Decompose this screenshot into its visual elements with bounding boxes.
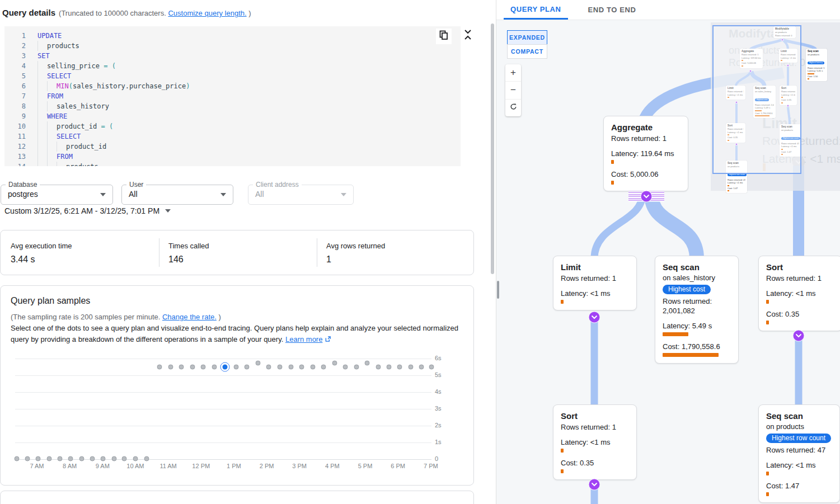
sample-dot[interactable] [122, 456, 127, 461]
plan-node-sort-bottom[interactable]: SortRows returned: 1Latency: <1 msCost: … [553, 404, 637, 480]
sample-dot[interactable] [408, 365, 413, 370]
compact-button[interactable]: COMPACT [507, 44, 547, 59]
sample-dot[interactable] [101, 456, 106, 461]
x-axis-label: 4 PM [325, 463, 340, 469]
page-title-row: Query details(Truncated to 100000 charac… [2, 8, 251, 17]
line-number: 5 [4, 71, 26, 81]
database-select[interactable]: Database postgres [1, 185, 113, 205]
line-number: 1 [4, 31, 26, 41]
collapse-node-button[interactable] [589, 479, 600, 491]
sample-dot[interactable] [332, 361, 337, 366]
x-axis-label: 7 AM [30, 463, 44, 469]
y-axis-label: 4s [435, 388, 442, 395]
customize-query-length-link[interactable]: Customize query length. [168, 9, 246, 17]
collapse-node-button[interactable] [589, 312, 600, 323]
sql-code-line: 10product_id = ( [4, 121, 461, 131]
sample-dot[interactable] [133, 456, 138, 461]
sql-code-line: 11SELECT [4, 131, 461, 142]
sample-dot[interactable] [376, 365, 381, 370]
sample-dot[interactable] [58, 456, 63, 461]
collapse-node-button[interactable] [793, 330, 805, 342]
sample-dot[interactable] [233, 365, 238, 370]
sample-dot[interactable] [288, 365, 293, 370]
plan-minimap[interactable]: Modifytableon productsRows returned: 0Ag… [711, 22, 840, 191]
plan-node-metric: Cost: 5,000.06 [611, 170, 681, 185]
sample-dot[interactable] [35, 456, 40, 461]
zoom-in-button[interactable]: + [505, 64, 521, 82]
expanded-button[interactable]: EXPANDED [507, 30, 547, 45]
client-address-select: Client address All [248, 185, 354, 205]
sample-dot[interactable] [157, 365, 162, 370]
sample-dot[interactable] [90, 456, 95, 461]
collapse-node-button[interactable] [641, 191, 653, 202]
sample-dot[interactable] [365, 361, 370, 366]
sql-code-line: 1UPDATE [4, 31, 461, 41]
tab-query-plan[interactable]: QUERY PLAN [504, 0, 568, 20]
plan-node-sort-top[interactable]: SortRows returned: 1Latency: <1 msCost: … [758, 256, 840, 331]
sample-dot[interactable] [14, 456, 19, 461]
sample-dot[interactable] [255, 361, 260, 366]
sample-dot[interactable] [386, 365, 391, 370]
sample-dot[interactable] [245, 365, 250, 370]
sample-dot[interactable] [310, 365, 315, 370]
sample-dot[interactable] [68, 456, 73, 461]
plan-node-seq-scan-products[interactable]: Seq scanon productsHighest row countRows… [758, 404, 840, 503]
metric-label: Avg execution time [11, 242, 72, 250]
plan-node-aggregate[interactable]: AggregateRows returned: 1Latency: 119.64… [603, 116, 688, 191]
time-range-picker[interactable]: Custom 3/12/25, 6:21 AM - 3/12/25, 7:01 … [4, 206, 171, 215]
plan-node-title: Sort [766, 262, 834, 272]
sample-dot-selected[interactable] [223, 365, 228, 370]
metric-value: 1 [326, 255, 331, 265]
sample-dot[interactable] [419, 365, 424, 370]
plan-node-rows: Rows returned: 1 [561, 422, 629, 432]
sample-dot[interactable] [299, 365, 304, 370]
sample-dot[interactable] [429, 365, 434, 370]
x-axis-label: 6 PM [391, 463, 405, 469]
database-select-label: Database [6, 181, 40, 189]
line-number: 14 [4, 162, 26, 166]
x-axis-label: 12 PM [192, 463, 210, 469]
zoom-out-button[interactable]: − [505, 82, 521, 99]
sample-dot[interactable] [190, 365, 195, 370]
gridline [15, 409, 431, 409]
sample-dot[interactable] [168, 365, 173, 370]
sample-dot[interactable] [144, 456, 149, 461]
samples-scatter-chart: 01s2s3s4s5s6s7 AM8 AM9 AM10 AM11 AM12 PM… [1, 286, 473, 485]
sample-dot[interactable] [354, 365, 359, 370]
copy-query-button[interactable] [436, 29, 452, 44]
left-panel-scrollbar[interactable] [491, 23, 494, 274]
sql-code-line: 3SET [4, 51, 461, 61]
plan-node-limit[interactable]: LimitRows returned: 1Latency: <1 ms [553, 256, 637, 310]
sample-dot[interactable] [212, 365, 217, 370]
sample-dot[interactable] [266, 365, 271, 370]
sample-dot[interactable] [179, 365, 184, 370]
plan-node-metric: Latency: <1 ms [766, 289, 834, 304]
metric-bar [766, 321, 769, 324]
line-number: 4 [4, 61, 26, 71]
sample-dot[interactable] [343, 365, 348, 370]
client-address-select-value: All [255, 190, 264, 199]
sql-code-line: 5SELECT [4, 71, 461, 81]
sql-code-text: SELECT [57, 131, 81, 142]
zoom-reset-button[interactable] [505, 100, 521, 116]
sample-dot[interactable] [321, 365, 326, 370]
collapse-query-button[interactable] [462, 28, 473, 44]
sample-dot[interactable] [47, 456, 52, 461]
sql-code-text: SET [37, 51, 50, 61]
sample-dot[interactable] [397, 365, 402, 370]
sample-dot[interactable] [278, 365, 283, 370]
plan-node-seq-scan-sales-history[interactable]: Seq scanon sales_historyHighest costRows… [655, 256, 739, 364]
user-select[interactable]: User All [121, 185, 233, 205]
sample-dot[interactable] [111, 456, 116, 461]
sample-dot[interactable] [25, 456, 30, 461]
minimap-viewport[interactable] [712, 25, 801, 174]
tab-end-to-end[interactable]: END TO END [581, 0, 643, 20]
metric-bar [663, 353, 719, 357]
metric-bar [766, 492, 769, 496]
y-axis-label: 5s [435, 371, 442, 378]
sample-dot[interactable] [201, 365, 206, 370]
line-number: 12 [4, 142, 26, 152]
sample-dot[interactable] [79, 456, 85, 461]
right-panel-scrollbar[interactable] [497, 281, 499, 299]
sql-code-text: products [66, 162, 98, 166]
